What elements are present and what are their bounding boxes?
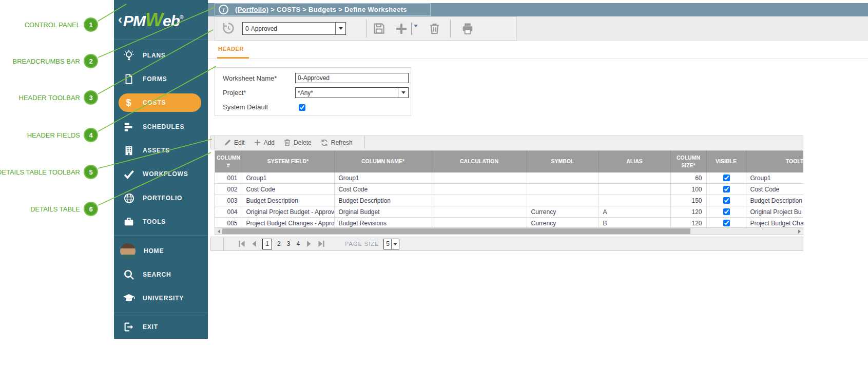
- sidebar-item-search[interactable]: SEARCH: [114, 263, 208, 286]
- col-header-symbol[interactable]: SYMBOL: [527, 151, 599, 172]
- cell-tooltip: Budget Description: [746, 195, 803, 206]
- visible-checkbox[interactable]: [723, 220, 730, 226]
- page-button[interactable]: 2: [277, 240, 281, 247]
- page-size-select[interactable]: 5: [383, 239, 399, 249]
- annotation-number-badge: 3: [84, 90, 98, 105]
- save-icon[interactable]: [372, 22, 386, 37]
- toolbar-divider: [450, 20, 451, 37]
- worksheet-name-input[interactable]: [295, 73, 409, 83]
- cell-alias: [599, 195, 670, 206]
- pager-controls: 1 2 3 4 PAGE SIZE 5: [236, 237, 399, 250]
- breadcrumb-text: (Portfolio) > COSTS > Budgets > Define W…: [235, 6, 407, 13]
- col-header-alias[interactable]: ALIAS: [599, 151, 670, 172]
- col-header-tooltip[interactable]: TOOLTIP: [746, 151, 803, 172]
- annotation-number-badge: 6: [84, 202, 98, 216]
- graduation-cap-icon: [122, 292, 136, 305]
- project-select[interactable]: *Any*: [295, 87, 409, 98]
- annotation-number-badge: 1: [84, 17, 98, 32]
- first-page-icon[interactable]: [238, 240, 245, 247]
- cell-column-size: 120: [670, 206, 706, 218]
- svg-text:$: $: [126, 97, 131, 108]
- cell-symbol: Currency: [527, 206, 599, 218]
- record-select[interactable]: 0-Approved: [242, 22, 346, 35]
- table-header-row: COLUMN # SYSTEM FIELD* COLUMN NAME* CALC…: [215, 151, 803, 172]
- breadcrumb-portfolio-link[interactable]: (Portfolio): [235, 6, 268, 13]
- table-row[interactable]: 001 Group1 Group1 60 Group1: [215, 172, 803, 184]
- page-button[interactable]: 3: [287, 240, 291, 247]
- scrollbar-thumb[interactable]: [222, 228, 690, 234]
- annotation-number-badge: 4: [84, 128, 98, 142]
- annotation-label: HEADER TOOLBAR: [19, 94, 80, 102]
- col-header-system-field[interactable]: SYSTEM FIELD*: [242, 151, 334, 172]
- pagination-bar: 1 2 3 4 PAGE SIZE 5: [210, 237, 803, 251]
- annotation-number-badge: 5: [84, 165, 98, 179]
- table-row[interactable]: 003 Budget Description Budget Descriptio…: [215, 195, 803, 206]
- scroll-left-arrow-icon[interactable]: [215, 228, 222, 235]
- cell-alias: [599, 172, 670, 184]
- visible-checkbox[interactable]: [723, 197, 730, 204]
- cell-column-name: Orginal Budget: [334, 206, 432, 218]
- add-record-icon[interactable]: [394, 21, 409, 38]
- sidebar-logo[interactable]: ‹ PMWeb®: [114, 0, 208, 39]
- col-header-column-size[interactable]: COLUMN SIZE*: [670, 151, 706, 172]
- sidebar-item-costs[interactable]: $ COSTS: [114, 91, 208, 114]
- add-button[interactable]: Add: [254, 139, 275, 146]
- sidebar-divider: [114, 235, 208, 236]
- col-header-calculation[interactable]: CALCULATION: [432, 151, 527, 172]
- info-icon[interactable]: i: [219, 5, 228, 14]
- refresh-button[interactable]: Refresh: [320, 139, 353, 147]
- trash-icon: [283, 139, 291, 146]
- project-select-value: *Any*: [296, 89, 398, 96]
- exit-icon: [122, 320, 136, 334]
- sidebar-item-university[interactable]: UNIVERSITY: [114, 286, 208, 310]
- last-page-icon[interactable]: [318, 240, 325, 247]
- print-icon[interactable]: [460, 22, 475, 38]
- chevron-down-icon[interactable]: [391, 239, 399, 249]
- visible-checkbox[interactable]: [723, 175, 730, 181]
- sidebar-item-home[interactable]: HOME: [114, 239, 208, 263]
- active-tab-underline: [217, 57, 249, 59]
- horizontal-scrollbar[interactable]: [215, 227, 803, 235]
- visible-checkbox[interactable]: [723, 186, 730, 192]
- sidebar-item-workflows[interactable]: WORKFLOWS: [114, 162, 208, 186]
- next-page-icon[interactable]: [305, 240, 313, 247]
- chevron-down-icon[interactable]: [398, 88, 408, 98]
- lightbulb-icon: [122, 49, 136, 62]
- page-button[interactable]: 4: [296, 240, 300, 247]
- details-table: COLUMN # SYSTEM FIELD* COLUMN NAME* CALC…: [215, 150, 803, 229]
- col-header-visible[interactable]: VISIBLE: [706, 151, 746, 172]
- cell-visible: [706, 184, 746, 195]
- annotation-label: HEADER FIELDS: [27, 131, 80, 139]
- page-size-value: 5: [384, 240, 391, 247]
- table-row[interactable]: 004 Original Project Budget - Approve Or…: [215, 206, 803, 218]
- visible-checkbox[interactable]: [723, 208, 730, 215]
- page-button-current[interactable]: 1: [262, 239, 272, 249]
- sidebar-item-exit[interactable]: EXIT: [114, 315, 208, 339]
- col-header-column-number[interactable]: COLUMN #: [215, 151, 242, 172]
- user-avatar: [121, 244, 134, 258]
- edit-button[interactable]: Edit: [224, 139, 245, 146]
- sidebar-item-schedules[interactable]: SCHEDULES: [114, 115, 208, 139]
- sidebar-item-portfolio[interactable]: PORTFOLIO: [114, 186, 208, 210]
- delete-icon[interactable]: [428, 22, 441, 37]
- collapse-sidebar-icon[interactable]: ‹: [118, 13, 122, 26]
- cell-alias: A: [599, 206, 670, 218]
- project-label: Project*: [223, 89, 246, 96]
- delete-button[interactable]: Delete: [283, 139, 312, 146]
- sidebar-item-tools[interactable]: TOOLS: [114, 210, 208, 234]
- prev-page-icon[interactable]: [250, 240, 258, 247]
- history-icon[interactable]: [221, 21, 236, 37]
- chevron-down-icon[interactable]: [335, 23, 345, 34]
- sidebar-item-assets[interactable]: ASSETS: [114, 139, 208, 162]
- plus-icon: [254, 139, 261, 146]
- tab-header[interactable]: HEADER: [218, 46, 244, 52]
- sidebar-item-plans[interactable]: PLANS: [114, 44, 208, 67]
- scroll-right-arrow-icon[interactable]: [796, 228, 803, 235]
- cell-column-size: 150: [670, 195, 706, 206]
- add-options-caret-icon[interactable]: [414, 27, 418, 36]
- table-row[interactable]: 002 Cost Code Cost Code 100 Cost Code: [215, 184, 803, 195]
- sidebar-item-forms[interactable]: FORMS: [114, 67, 208, 91]
- col-header-column-name[interactable]: COLUMN NAME*: [334, 151, 432, 172]
- annotation-number-badge: 2: [84, 54, 98, 68]
- system-default-checkbox[interactable]: [299, 104, 305, 111]
